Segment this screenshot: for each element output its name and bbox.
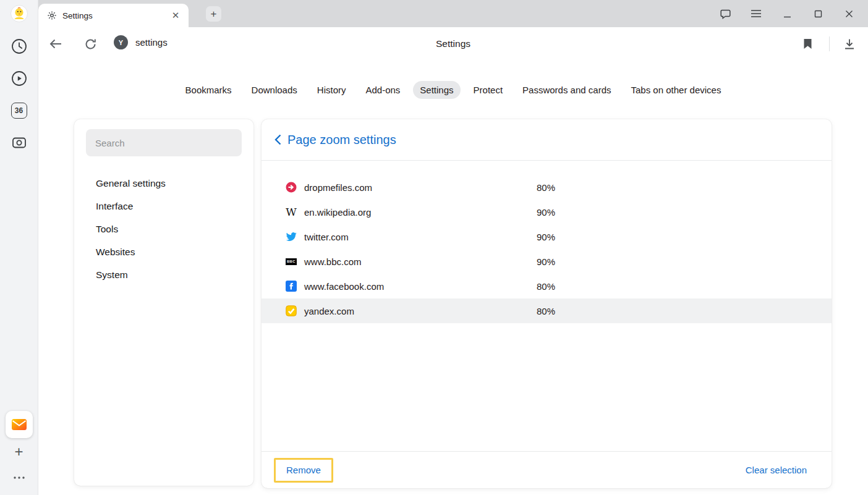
zoom-row-facebook[interactable]: www.facebook.com 80%	[262, 274, 832, 298]
tab-passwords[interactable]: Passwords and cards	[516, 81, 618, 99]
annotation-highlight-box: Remove	[274, 458, 333, 483]
tab-other-devices[interactable]: Tabs on other devices	[624, 81, 728, 99]
site-name: twitter.com	[304, 232, 537, 242]
page-zoom-card: Page zoom settings dropmefiles.com 80% W…	[262, 119, 832, 488]
window-controls	[710, 0, 864, 27]
search-input[interactable]	[86, 129, 242, 156]
side-panels-icon[interactable]	[710, 0, 741, 27]
profile-avatar[interactable]	[11, 5, 28, 22]
sidebar-item-interface[interactable]: Interface	[74, 195, 253, 218]
tabs-count-badge[interactable]: 36	[11, 102, 28, 119]
menu-icon[interactable]	[741, 0, 772, 27]
page-zoom-back-link[interactable]: Page zoom settings	[262, 119, 832, 161]
settings-sidebar-list: General settings Interface Tools Website…	[74, 172, 253, 286]
clear-selection-link[interactable]: Clear selection	[746, 465, 807, 475]
screenshot-icon[interactable]	[11, 134, 28, 151]
download-icon[interactable]	[841, 35, 858, 53]
page-zoom-title: Page zoom settings	[287, 133, 396, 147]
facebook-favicon	[286, 281, 297, 292]
toolbar-divider	[829, 36, 830, 51]
rail-add-icon[interactable]: +	[14, 444, 23, 459]
left-rail: 36 +	[0, 0, 38, 495]
tab-strip: Settings ✕ +	[38, 0, 868, 27]
zoom-footer-bar: Remove Clear selection	[262, 451, 832, 488]
chevron-left-icon	[274, 134, 281, 145]
tab-title: Settings	[62, 11, 169, 20]
twitter-favicon	[286, 231, 297, 242]
wikipedia-favicon: W	[286, 206, 297, 218]
yandex-mail-icon[interactable]	[6, 411, 33, 438]
history-icon[interactable]	[11, 38, 28, 55]
tab-settings[interactable]: Settings	[413, 81, 460, 99]
site-name: dropmefiles.com	[304, 182, 537, 193]
toolbar: Y settings Settings	[38, 27, 868, 60]
gear-icon	[47, 11, 57, 20]
reload-icon[interactable]	[82, 35, 99, 53]
dropmefiles-favicon	[286, 182, 297, 193]
settings-nav-tabs: Bookmarks Downloads History Add-ons Sett…	[38, 74, 868, 105]
site-name: yandex.com	[304, 306, 537, 316]
sidebar-item-websites[interactable]: Websites	[74, 240, 253, 263]
tab-history[interactable]: History	[310, 81, 353, 99]
sidebar-item-general[interactable]: General settings	[74, 172, 253, 195]
tab-settings[interactable]: Settings ✕	[38, 4, 189, 27]
zoom-row-bbc[interactable]: BBC www.bbc.com 90%	[262, 249, 832, 274]
maximize-icon[interactable]	[802, 0, 833, 27]
address-site-chip[interactable]: Y settings	[114, 35, 168, 49]
sidebar-item-system[interactable]: System	[74, 263, 253, 286]
zoom-row-dropmefiles[interactable]: dropmefiles.com 80%	[262, 175, 832, 200]
site-zoom-value: 80%	[537, 281, 555, 292]
site-name: en.wikipedia.org	[304, 207, 537, 218]
site-zoom-value: 80%	[537, 306, 555, 316]
new-tab-button[interactable]: +	[206, 6, 221, 22]
video-player-icon[interactable]	[11, 70, 28, 87]
site-favicon: Y	[114, 35, 128, 49]
sidebar-item-tools[interactable]: Tools	[74, 218, 253, 240]
site-zoom-value: 80%	[537, 182, 555, 193]
zoom-rows-list: dropmefiles.com 80% W en.wikipedia.org 9…	[262, 161, 832, 451]
yandex-favicon	[286, 305, 297, 316]
tab-addons[interactable]: Add-ons	[359, 81, 407, 99]
zoom-row-twitter[interactable]: twitter.com 90%	[262, 224, 832, 249]
address-url-text: settings	[135, 37, 168, 48]
toolbar-page-title: Settings	[436, 38, 470, 49]
tab-close-icon[interactable]: ✕	[169, 9, 182, 22]
tab-downloads[interactable]: Downloads	[245, 81, 304, 99]
remove-button[interactable]: Remove	[286, 465, 321, 475]
bbc-favicon: BBC	[286, 256, 297, 267]
tab-bookmarks[interactable]: Bookmarks	[179, 81, 239, 99]
zoom-row-wikipedia[interactable]: W en.wikipedia.org 90%	[262, 200, 832, 224]
back-icon[interactable]	[47, 35, 64, 53]
rail-more-icon[interactable]	[11, 469, 28, 486]
bookmark-icon[interactable]	[799, 35, 816, 53]
site-zoom-value: 90%	[537, 207, 555, 218]
tab-protect[interactable]: Protect	[467, 81, 510, 99]
site-name: www.bbc.com	[304, 256, 537, 267]
zoom-row-yandex[interactable]: yandex.com 80%	[262, 298, 832, 323]
minimize-icon[interactable]	[772, 0, 802, 27]
site-zoom-value: 90%	[537, 256, 555, 267]
close-icon[interactable]	[833, 0, 864, 27]
site-name: www.facebook.com	[304, 281, 537, 292]
settings-sidebar-card: General settings Interface Tools Website…	[74, 119, 253, 486]
site-zoom-value: 90%	[537, 232, 555, 242]
